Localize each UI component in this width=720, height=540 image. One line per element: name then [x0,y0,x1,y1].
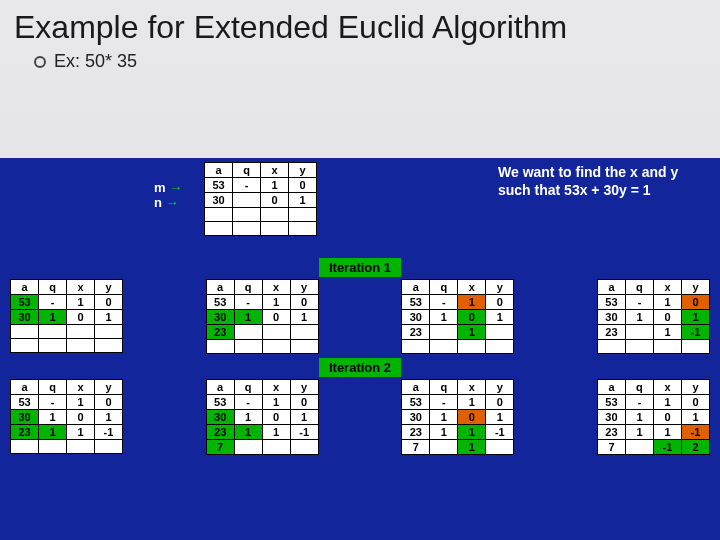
iteration-2-label: Iteration 2 [319,358,401,377]
arrow-icon: → [166,195,179,210]
initial-table: aqxy 53-10 3001 [204,162,317,236]
iter1-table-4: aqxy 53-10 30101 231-1 [597,279,710,354]
iter2-table-2: aqxy 53-10 30101 2311-1 7 [206,379,319,455]
arrow-icon: → [169,180,182,195]
iteration-1-label: Iteration 1 [319,258,401,277]
iter2-table-1: aqxy 53-10 30101 2311-1 [10,379,123,454]
bullet-icon [34,56,46,68]
iter1-table-3: aqxy 53-10 30101 231 [401,279,514,354]
iteration-2-tables: aqxy 53-10 30101 2311-1 aqxy 53-10 30101… [6,379,714,455]
iter1-table-2: aqxy 53-10 30101 23 [206,279,319,354]
goal-text: We want to find the x and y such that 53… [498,164,704,199]
mn-labels: m → n → [154,180,182,210]
content-panel: m → n → aqxy 53-10 3001 We want to find … [0,158,720,540]
iteration-1-tables: aqxy 53-10 30101 aqxy 53-10 30101 23 aqx… [6,279,714,354]
example-text: Ex: 50* 35 [54,51,137,72]
iter2-table-3: aqxy 53-10 30101 2311-1 71 [401,379,514,455]
page-title: Example for Extended Euclid Algorithm [0,0,720,47]
iter2-table-4: aqxy 53-10 30101 2311-1 7-12 [597,379,710,455]
example-bullet: Ex: 50* 35 [0,47,720,76]
iter1-table-1: aqxy 53-10 30101 [10,279,123,353]
